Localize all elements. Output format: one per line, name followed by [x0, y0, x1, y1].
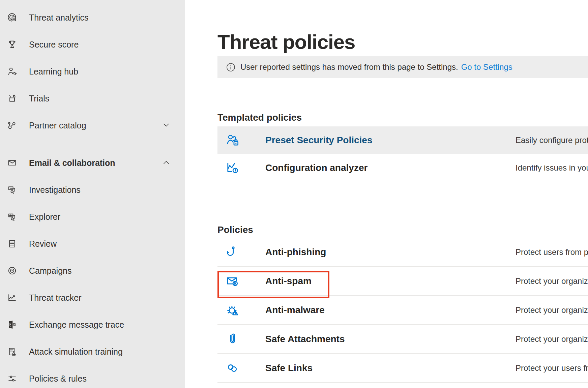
sidebar-item-label: Email & collaboration — [29, 158, 115, 168]
row-label: Safe Links — [265, 363, 313, 374]
sidebar-item-review[interactable]: Review — [0, 230, 185, 257]
sidebar-item-learning-hub[interactable]: Learning hub — [0, 58, 185, 85]
campaigns-icon — [7, 265, 18, 276]
sidebar-item-attack-simulation-training[interactable]: Attack simulation training — [0, 338, 185, 365]
banner-message: User reported settings has moved from th… — [240, 62, 458, 72]
chevron-up-icon — [163, 160, 170, 165]
row-anti-spam[interactable]: Anti-spam Protect your organiz — [217, 267, 588, 296]
preset-security-icon — [225, 133, 240, 148]
sidebar-item-investigations[interactable]: Investigations — [0, 176, 185, 203]
exchange-icon — [7, 319, 18, 330]
sidebar-item-label: Partner catalog — [29, 121, 86, 130]
row-label: Anti-spam — [265, 276, 312, 287]
row-description: Easily configure prot — [516, 136, 588, 145]
row-label: Anti-phishing — [265, 247, 326, 258]
chevron-down-icon — [163, 123, 170, 127]
threat-analytics-icon — [7, 12, 18, 23]
sidebar-item-label: Trials — [29, 94, 49, 103]
row-description: Protect your organiz — [516, 305, 588, 315]
policies-rules-icon — [7, 373, 18, 384]
row-configuration-analyzer[interactable]: Configuration analyzer Identify issues i… — [217, 154, 588, 182]
explorer-icon — [7, 211, 18, 222]
row-safe-attachments[interactable]: Safe Attachments Protect your organiz — [217, 325, 588, 354]
safe-attachments-icon — [225, 332, 240, 347]
sidebar-item-email-collaboration[interactable]: Email & collaboration — [0, 149, 185, 176]
review-icon — [7, 238, 18, 249]
sidebar-item-policies-rules[interactable]: Policies & rules — [0, 365, 185, 388]
threat-policies-page: Threat analytics Secure score Learning h… — [0, 0, 588, 388]
anti-malware-icon — [225, 303, 240, 318]
sidebar-item-label: Explorer — [29, 212, 60, 222]
policies-heading: Policies — [217, 225, 253, 235]
row-description: Protect your organiz — [516, 276, 588, 286]
sidebar-item-label: Review — [29, 239, 57, 249]
sidebar-item-label: Secure score — [29, 40, 79, 50]
anti-phishing-icon — [225, 245, 240, 260]
attack-simulation-icon — [7, 346, 18, 357]
row-preset-security-policies[interactable]: Preset Security Policies Easily configur… — [217, 126, 588, 154]
sidebar-item-secure-score[interactable]: Secure score — [0, 31, 185, 58]
row-description: Protect users from p — [516, 247, 588, 257]
anti-spam-icon — [225, 274, 240, 289]
email-collaboration-icon — [7, 157, 18, 168]
row-label: Configuration analyzer — [265, 162, 368, 173]
sidebar-item-label: Policies & rules — [29, 374, 87, 384]
learning-hub-icon — [7, 66, 18, 77]
sidebar-item-threat-tracker[interactable]: Threat tracker — [0, 284, 185, 311]
row-description: Protect your organiz — [516, 334, 588, 344]
row-description: Protect your users fr — [516, 363, 588, 373]
sidebar-item-partner-catalog[interactable]: Partner catalog — [0, 112, 185, 139]
sidebar-divider — [7, 145, 175, 145]
row-label: Anti-malware — [265, 305, 325, 316]
templated-policies-heading: Templated policies — [217, 112, 302, 123]
policy-list: Anti-phishing Protect users from p Anti-… — [217, 238, 588, 383]
row-anti-phishing[interactable]: Anti-phishing Protect users from p — [217, 238, 588, 267]
sidebar-item-label: Threat tracker — [29, 293, 82, 303]
partner-catalog-icon — [7, 120, 18, 131]
main-content: Threat policies User reported settings h… — [185, 0, 588, 388]
sidebar-item-label: Learning hub — [29, 67, 78, 77]
secure-score-icon — [7, 39, 18, 50]
sidebar-item-label: Campaigns — [29, 266, 71, 276]
go-to-settings-link[interactable]: Go to Settings — [461, 62, 512, 72]
sidebar-item-label: Attack simulation training — [29, 347, 123, 357]
trials-icon — [7, 93, 18, 104]
threat-tracker-icon — [7, 292, 18, 303]
row-label: Preset Security Policies — [265, 135, 373, 146]
sidebar-item-campaigns[interactable]: Campaigns — [0, 257, 185, 284]
sidebar-item-exchange-message-trace[interactable]: Exchange message trace — [0, 311, 185, 338]
page-title: Threat policies — [217, 30, 355, 54]
sidebar-item-trials[interactable]: Trials — [0, 85, 185, 112]
info-icon — [226, 63, 235, 72]
sidebar-item-threat-analytics[interactable]: Threat analytics — [0, 4, 185, 31]
row-anti-malware[interactable]: Anti-malware Protect your organiz — [217, 296, 588, 325]
sidebar-item-label: Exchange message trace — [29, 320, 124, 330]
sidebar-item-label: Investigations — [29, 185, 81, 195]
sidebar-item-label: Threat analytics — [29, 13, 88, 23]
configuration-analyzer-icon — [225, 160, 240, 175]
info-banner: User reported settings has moved from th… — [217, 56, 588, 78]
row-safe-links[interactable]: Safe Links Protect your users fr — [217, 354, 588, 383]
sidebar: Threat analytics Secure score Learning h… — [0, 0, 185, 388]
sidebar-item-explorer[interactable]: Explorer — [0, 203, 185, 230]
row-label: Safe Attachments — [265, 334, 345, 345]
investigations-icon — [7, 184, 18, 195]
row-description: Identify issues in you — [516, 163, 588, 173]
safe-links-icon — [225, 361, 240, 376]
